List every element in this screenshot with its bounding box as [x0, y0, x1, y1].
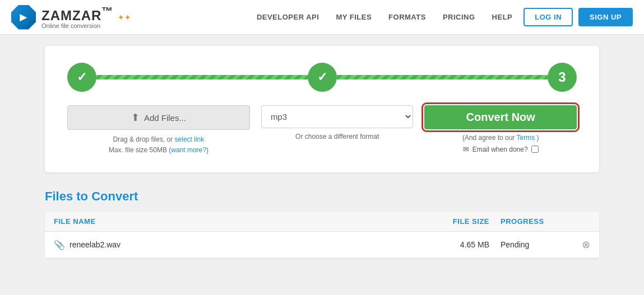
- convert-now-button[interactable]: Convert Now: [424, 105, 577, 129]
- add-files-button[interactable]: ⬆ Add Files...: [67, 105, 250, 130]
- login-button[interactable]: LOG IN: [523, 8, 573, 26]
- step-line-1: [96, 75, 308, 79]
- steps-row: ✓ ✓ 3: [67, 63, 577, 92]
- format-col: mp3 wav ogg aac flac Or choose a differe…: [261, 105, 414, 141]
- select-link[interactable]: select link: [175, 135, 205, 143]
- email-checkbox[interactable]: [531, 146, 539, 153]
- file-hint: Drag & drop files, or select link Max. f…: [109, 134, 209, 156]
- email-row: ✉ Email when done?: [463, 145, 539, 153]
- agree-suffix: ): [536, 134, 539, 142]
- row-file-name: 📎 reneelab2.wav: [54, 240, 433, 250]
- step-3-circle: 3: [548, 63, 577, 92]
- terms-link[interactable]: Terms: [516, 134, 535, 142]
- logo-tm: ™: [101, 5, 113, 17]
- agree-text: (And agree to our: [462, 134, 515, 142]
- step-1-check: ✓: [77, 70, 87, 85]
- nav-pricing[interactable]: PRICING: [443, 13, 475, 21]
- progress-text: Pending: [501, 240, 529, 249]
- step-3-number: 3: [558, 69, 566, 85]
- files-section: Files to Convert FILE NAME FILE SIZE PRO…: [45, 189, 599, 258]
- logo-name: ZAMZAR™ ✦✦: [41, 6, 131, 22]
- email-icon: ✉: [463, 145, 469, 153]
- row-file-progress: Pending ⊗: [501, 238, 590, 251]
- max-size-text: Max. file size 50MB (: [109, 146, 171, 154]
- nav-formats[interactable]: FORMATS: [388, 13, 426, 21]
- add-files-label: Add Files...: [144, 113, 186, 123]
- logo-icon: ►: [11, 5, 36, 30]
- header-buttons: LOG IN SIGN UP: [523, 8, 633, 26]
- step-1-circle: ✓: [67, 63, 96, 92]
- upload-icon: ⬆: [131, 111, 140, 124]
- drag-drop-text: Drag & drop files, or: [113, 135, 173, 143]
- logo-text: ZAMZAR™ ✦✦ Online file conversion: [41, 6, 131, 29]
- format-select[interactable]: mp3 wav ogg aac flac: [261, 105, 414, 128]
- nav-help[interactable]: HELP: [492, 13, 513, 21]
- email-label: Email when done?: [472, 146, 528, 153]
- files-title-highlight: Convert: [91, 189, 138, 203]
- logo: ► ZAMZAR™ ✦✦ Online file conversion: [11, 5, 131, 30]
- col-progress-header: PROGRESS: [501, 217, 590, 226]
- signup-button[interactable]: SIGN UP: [578, 8, 633, 26]
- logo-arrow-icon: ►: [17, 10, 30, 25]
- nav-my-files[interactable]: MY FILES: [336, 13, 372, 21]
- file-name-text: reneelab2.wav: [70, 240, 121, 249]
- convert-col: Convert Now (And agree to our Terms ) ✉ …: [424, 105, 577, 153]
- paperclip-icon: 📎: [54, 240, 65, 250]
- main-content: ✓ ✓ 3 ⬆ Add Files... Drag & drop files, …: [0, 35, 644, 269]
- step-2-check: ✓: [317, 70, 327, 85]
- files-title: Files to Convert: [45, 189, 599, 204]
- controls-row: ⬆ Add Files... Drag & drop files, or sel…: [67, 105, 577, 156]
- files-table: FILE NAME FILE SIZE PROGRESS 📎 reneelab2…: [45, 212, 599, 258]
- format-hint: Or choose a different format: [295, 133, 379, 141]
- row-file-size: 4.65 MB: [433, 240, 501, 249]
- nav-developer-api[interactable]: DEVELOPER API: [257, 13, 319, 21]
- logo-stars: ✦✦: [118, 13, 131, 22]
- step-line-2: [337, 75, 548, 79]
- table-header: FILE NAME FILE SIZE PROGRESS: [45, 212, 599, 232]
- converter-card: ✓ ✓ 3 ⬆ Add Files... Drag & drop files, …: [45, 46, 599, 172]
- header: ► ZAMZAR™ ✦✦ Online file conversion DEVE…: [0, 0, 644, 35]
- remove-file-button[interactable]: ⊗: [582, 238, 590, 251]
- convert-agree-text: (And agree to our Terms ): [462, 134, 539, 142]
- logo-name-text: ZAMZAR: [41, 8, 101, 23]
- logo-subtitle: Online file conversion: [41, 22, 131, 29]
- max-size-suffix: ): [206, 146, 209, 154]
- table-row: 📎 reneelab2.wav 4.65 MB Pending ⊗: [45, 232, 599, 258]
- col-size-header: FILE SIZE: [433, 217, 501, 226]
- want-more-link[interactable]: want more?: [171, 146, 206, 154]
- step-2-circle: ✓: [308, 63, 337, 92]
- main-nav: DEVELOPER API MY FILES FORMATS PRICING H…: [257, 13, 512, 21]
- files-title-text: Files to: [45, 189, 88, 203]
- col-name-header: FILE NAME: [54, 217, 433, 226]
- add-files-col: ⬆ Add Files... Drag & drop files, or sel…: [67, 105, 250, 156]
